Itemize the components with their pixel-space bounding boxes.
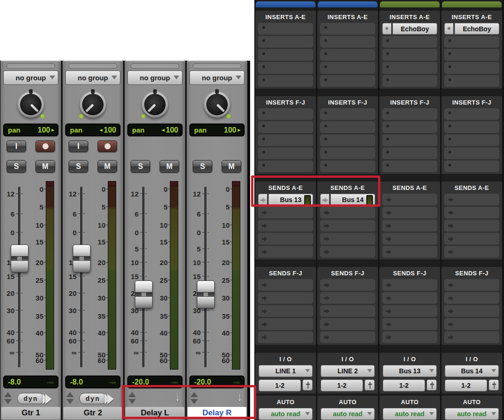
insert-slot-empty[interactable] [320, 134, 375, 146]
insert-slot-empty[interactable] [258, 36, 313, 48]
insert-slot-empty[interactable] [258, 49, 313, 61]
send-mute-button[interactable] [258, 194, 267, 205]
fader-cap[interactable] [197, 280, 215, 308]
insert-slot-empty[interactable] [444, 36, 499, 48]
input-selector[interactable]: LINE 1 [259, 365, 313, 377]
insert-slot-empty[interactable] [382, 161, 437, 172]
send-slot-empty[interactable] [382, 279, 437, 291]
track-name[interactable]: Delay L [126, 407, 184, 419]
insert-slot-empty[interactable] [444, 108, 499, 120]
send-slot-empty[interactable] [382, 305, 437, 317]
send-slot-empty[interactable] [382, 292, 437, 304]
insert-slot-empty[interactable] [258, 147, 313, 159]
insert-slot-empty[interactable] [382, 49, 437, 61]
insert-name-button[interactable]: EchoBoy [392, 23, 437, 35]
dyn-button[interactable]: dyn [79, 393, 106, 404]
insert-slot-empty[interactable] [320, 23, 375, 35]
volume-display[interactable]: -20.0-∞ [127, 375, 183, 389]
track-name[interactable]: Gtr 1 [1, 407, 60, 419]
insert-slot-empty[interactable] [444, 62, 499, 74]
fader-cap[interactable] [135, 280, 153, 308]
send-slot-empty[interactable] [382, 318, 437, 330]
send-slot-empty[interactable] [444, 233, 499, 245]
send-slot-empty[interactable] [258, 220, 313, 231]
insert-slot-empty[interactable] [258, 108, 313, 120]
send-slot-empty[interactable] [382, 331, 437, 343]
narrow-view-arrow-icon[interactable]: ↓ [237, 390, 243, 404]
send-name-button[interactable]: Bus 13 [268, 194, 313, 205]
output-selector[interactable]: 1-2 [445, 379, 487, 392]
send-slot-empty[interactable] [258, 292, 313, 304]
send-slot-empty[interactable] [444, 331, 499, 343]
send-mute-button[interactable] [320, 194, 329, 205]
send-slot-empty[interactable] [382, 220, 437, 231]
volume-display[interactable]: -8.0-∞ [3, 375, 59, 389]
send-slot-empty[interactable] [258, 246, 313, 258]
insert-slot-empty[interactable] [320, 75, 375, 87]
insert-slot-empty[interactable] [382, 62, 437, 74]
send-slot-empty[interactable] [258, 233, 313, 245]
fader-flip-icon[interactable] [42, 393, 58, 405]
insert-slot-empty[interactable] [444, 49, 499, 61]
fader-cap[interactable] [73, 245, 91, 273]
send-slot-empty[interactable] [382, 194, 437, 205]
output-selector[interactable]: 1-2 [321, 379, 363, 392]
send-slot-empty[interactable] [444, 279, 499, 291]
send-slot-empty[interactable] [382, 246, 437, 258]
dyn-button[interactable]: dyn [17, 393, 44, 404]
input-selector[interactable]: LINE 2 [321, 365, 375, 377]
output-window-button[interactable] [364, 379, 375, 391]
input-selector[interactable]: Bus 13 [383, 365, 437, 377]
send-slot-empty[interactable] [258, 331, 313, 343]
insert-slot-empty[interactable] [444, 121, 499, 133]
insert-slot-assigned[interactable]: EchoBoy [444, 23, 499, 35]
insert-slot-empty[interactable] [258, 75, 313, 87]
send-slot-assigned[interactable]: Bus 14 [320, 194, 375, 205]
output-window-button[interactable] [489, 379, 499, 391]
insert-slot-empty[interactable] [258, 121, 313, 133]
send-slot-empty[interactable] [320, 233, 375, 245]
send-slot-empty[interactable] [320, 305, 375, 317]
output-selector[interactable]: 1-2 [383, 379, 425, 392]
send-slot-empty[interactable] [320, 246, 375, 258]
send-slot-empty[interactable] [444, 318, 499, 330]
track-name[interactable]: Delay R [188, 407, 246, 419]
insert-slot-empty[interactable] [320, 147, 375, 159]
send-slot-empty[interactable] [444, 305, 499, 317]
insert-slot-empty[interactable] [320, 161, 375, 172]
insert-slot-empty[interactable] [258, 23, 313, 35]
send-name-button[interactable]: Bus 14 [330, 194, 375, 205]
send-slot-empty[interactable] [320, 331, 375, 343]
insert-bypass-button[interactable] [444, 23, 454, 35]
insert-slot-empty[interactable] [320, 49, 375, 61]
voice-selector[interactable] [4, 392, 13, 405]
send-slot-empty[interactable] [382, 233, 437, 245]
send-slot-empty[interactable] [382, 207, 437, 218]
insert-slot-empty[interactable] [444, 161, 499, 172]
voice-selector[interactable] [66, 392, 75, 405]
send-slot-empty[interactable] [444, 220, 499, 231]
insert-slot-empty[interactable] [320, 108, 375, 120]
send-slot-empty[interactable] [320, 220, 375, 231]
fader-track[interactable] [80, 187, 83, 367]
insert-bypass-button[interactable] [382, 23, 392, 35]
insert-slot-empty[interactable] [382, 121, 437, 133]
send-slot-empty[interactable] [444, 207, 499, 218]
fader-flip-icon[interactable] [105, 393, 120, 405]
insert-slot-empty[interactable] [444, 75, 499, 87]
insert-slot-empty[interactable] [444, 134, 499, 146]
send-slot-empty[interactable] [444, 194, 499, 205]
insert-slot-empty[interactable] [382, 108, 437, 120]
automation-mode-selector[interactable]: auto read [445, 408, 499, 420]
automation-mode-selector[interactable]: auto read [259, 408, 313, 420]
fader-track[interactable] [18, 187, 21, 367]
insert-slot-empty[interactable] [382, 147, 437, 159]
narrow-view-arrow-icon[interactable]: ↓ [175, 390, 181, 404]
output-window-button[interactable] [427, 379, 437, 391]
send-slot-empty[interactable] [320, 318, 375, 330]
fader-cap[interactable] [11, 245, 28, 273]
output-selector[interactable]: 1-2 [259, 379, 301, 392]
send-slot-empty[interactable] [320, 292, 375, 304]
send-slot-empty[interactable] [258, 305, 313, 317]
volume-display[interactable]: -20.0-∞ [189, 375, 245, 389]
